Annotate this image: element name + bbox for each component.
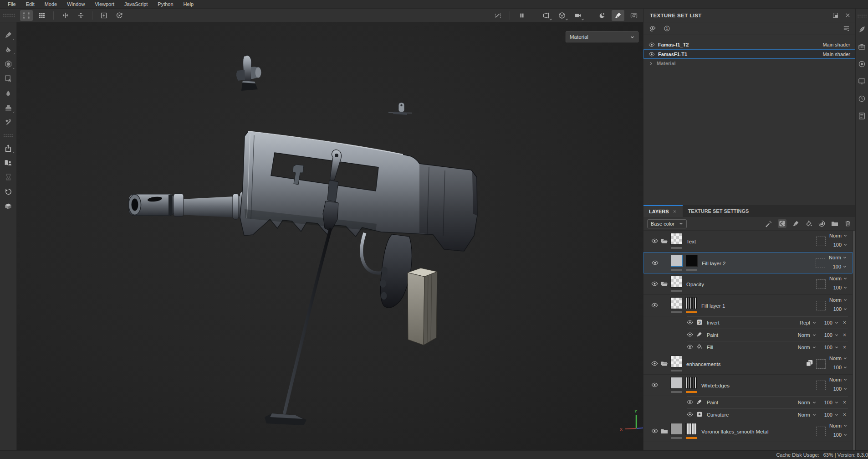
smart-material-wand-icon[interactable] [765, 220, 772, 227]
effect-name[interactable]: Fill [707, 341, 713, 353]
close-tab-icon[interactable] [673, 209, 677, 214]
tab-texture-set-settings[interactable]: TEXTURE SET SETTINGS [683, 205, 755, 217]
camera-view-button[interactable] [572, 10, 584, 21]
material-picker-tool-button[interactable] [2, 116, 15, 129]
menu-file[interactable]: File [3, 0, 21, 9]
texture-set-row[interactable]: Famas-f1_T2 Main shader [643, 40, 855, 49]
visibility-eye-icon[interactable] [648, 41, 655, 48]
screenshot-button[interactable] [628, 10, 640, 21]
shelf-button[interactable] [2, 200, 15, 212]
effect-opacity-dropdown[interactable]: 100 [824, 400, 832, 405]
list-options-icon[interactable] [843, 25, 850, 32]
texture-set-shader[interactable]: Main shader [822, 52, 850, 57]
sync-visibility-icon[interactable] [649, 25, 656, 32]
layer-name[interactable]: WhiteEdges [701, 375, 730, 396]
add-effect-icon[interactable] [778, 219, 786, 228]
layer-thumbnail[interactable] [670, 233, 682, 245]
blend-mode-dropdown[interactable]: Norm [829, 255, 847, 260]
layer-content-thumbnail[interactable] [685, 377, 697, 389]
layer-content-thumbnail[interactable] [685, 423, 697, 435]
viewer-settings-icon[interactable] [856, 75, 868, 88]
toolbar-drag-handle[interactable] [3, 13, 15, 17]
mirror-horizontal-button[interactable] [59, 10, 71, 21]
properties-brush-icon[interactable] [856, 23, 868, 36]
display-settings-icon[interactable] [856, 58, 868, 70]
visibility-eye-icon[interactable] [651, 360, 658, 367]
opacity-dropdown[interactable]: 100 [833, 306, 847, 312]
reset-rotation-button[interactable] [113, 10, 126, 21]
layer-mask-thumbnail[interactable] [670, 297, 682, 309]
delete-layer-icon[interactable] [844, 220, 851, 227]
effect-name[interactable]: Invert [707, 316, 720, 329]
texture-set-row-selected[interactable]: FamasF1-T1 Main shader [643, 49, 855, 59]
effect-name[interactable]: Paint [707, 329, 718, 341]
layer-mask-thumbnail[interactable] [670, 377, 682, 389]
layer-content-thumbnail[interactable] [686, 255, 698, 267]
menu-window[interactable]: Window [62, 0, 90, 9]
layer-thumbnail[interactable] [670, 356, 682, 367]
effect-opacity-dropdown[interactable]: 100 [824, 332, 832, 338]
layer-name[interactable]: Fill layer 1 [701, 295, 725, 316]
blend-mode-dropdown[interactable]: Norm [829, 356, 847, 361]
layer-content-thumbnail[interactable] [685, 297, 697, 309]
remove-effect-icon[interactable]: × [843, 412, 846, 418]
effect-blend-dropdown[interactable]: Norm [798, 400, 810, 405]
layer-row-group[interactable]: Text Norm 100 [643, 231, 853, 252]
particles-button[interactable] [596, 10, 608, 21]
opacity-dropdown[interactable]: 100 [833, 386, 847, 392]
effect-opacity-dropdown[interactable]: 100 [824, 345, 832, 350]
export-button[interactable] [2, 142, 15, 154]
menu-viewport[interactable]: Viewport [90, 0, 119, 9]
menu-mode[interactable]: Mode [40, 0, 62, 9]
marquee-select-button[interactable] [20, 10, 33, 21]
effect-row[interactable]: Curvature Norm 100 × [643, 408, 853, 421]
opacity-dropdown[interactable]: 100 [833, 242, 847, 248]
remove-effect-icon[interactable]: × [843, 399, 846, 406]
visibility-eye-icon[interactable] [687, 331, 693, 338]
log-panel-icon[interactable] [856, 110, 868, 122]
menu-python[interactable]: Python [153, 0, 178, 9]
effect-blend-dropdown[interactable]: Norm [798, 332, 810, 338]
visibility-eye-icon[interactable] [687, 344, 693, 350]
visibility-eye-icon[interactable] [651, 428, 658, 434]
grid-select-button[interactable] [36, 10, 48, 21]
visibility-eye-icon[interactable] [651, 302, 658, 309]
shading-mode-dropdown[interactable]: Material [566, 31, 638, 42]
add-paint-layer-icon[interactable] [792, 220, 799, 227]
blend-mode-dropdown[interactable]: Norm [829, 377, 847, 382]
polygon-fill-tool-button[interactable] [2, 72, 15, 85]
blend-mode-dropdown[interactable]: Norm [829, 276, 847, 281]
layer-name[interactable]: Voronoi flakes_smooth Metal [701, 421, 769, 442]
effect-row[interactable]: Fill Norm 100 × [643, 341, 853, 353]
layer-row[interactable]: Fill layer 1 Norm 100 [643, 295, 853, 316]
opacity-dropdown[interactable]: 100 [833, 365, 847, 370]
remove-effect-icon[interactable]: × [843, 320, 846, 326]
3d-view-mode-button[interactable] [556, 10, 568, 21]
channel-dropdown[interactable]: Base color [647, 219, 687, 228]
strip-drag-handle[interactable] [857, 14, 867, 18]
solo-visibility-icon[interactable] [664, 25, 670, 32]
visibility-eye-icon[interactable] [651, 237, 658, 244]
layer-name[interactable]: Opacity [686, 273, 704, 295]
layer-name[interactable]: enhancements [686, 353, 720, 375]
layer-name[interactable]: Fill layer 2 [702, 253, 725, 274]
effect-opacity-dropdown[interactable]: 100 [824, 320, 832, 325]
blend-mode-dropdown[interactable]: Norm [829, 297, 847, 303]
opacity-dropdown[interactable]: 100 [833, 264, 847, 269]
frame-selection-button[interactable] [97, 10, 110, 21]
paint-mode-button[interactable] [612, 10, 624, 21]
menu-edit[interactable]: Edit [21, 0, 40, 9]
effect-blend-dropdown[interactable]: Norm [798, 412, 810, 418]
visibility-eye-icon[interactable] [651, 280, 658, 287]
visibility-eye-icon[interactable] [687, 319, 693, 325]
opacity-dropdown[interactable]: 100 [833, 432, 847, 438]
tool-settings-icon[interactable] [856, 41, 868, 53]
clone-tool-button[interactable] [2, 102, 15, 114]
effect-name[interactable]: Paint [707, 396, 718, 408]
effect-row[interactable]: Paint Norm 100 × [643, 329, 853, 341]
effect-blend-dropdown[interactable]: Norm [798, 345, 810, 350]
eraser-tool-button[interactable] [2, 43, 15, 56]
symmetry-button[interactable] [2, 186, 15, 198]
add-smart-material-icon[interactable] [818, 220, 825, 227]
history-button[interactable] [2, 171, 15, 183]
